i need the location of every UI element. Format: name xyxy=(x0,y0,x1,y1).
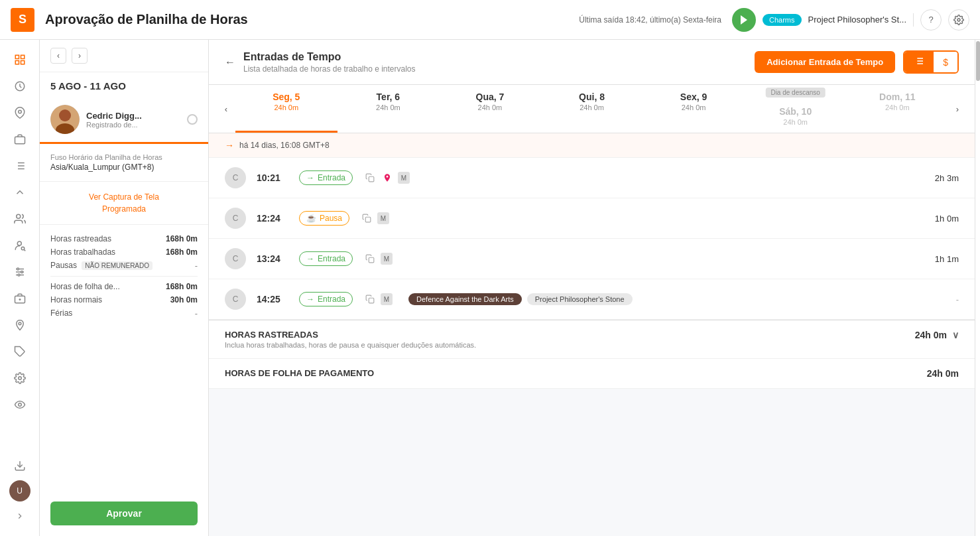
week-range: 5 AGO - 11 AGO xyxy=(40,72,208,100)
sidebar-icon-person-search[interactable] xyxy=(8,234,32,257)
svg-rect-3 xyxy=(21,55,24,58)
svg-rect-44 xyxy=(369,298,374,303)
stat-label-tracked: Horas rastreadas xyxy=(50,234,111,243)
scrollbar-thumb[interactable] xyxy=(976,41,980,81)
sidebar-icon-location[interactable] xyxy=(8,101,32,125)
sidebar-icon-download[interactable] xyxy=(8,454,32,478)
day-hours-qua7: 24h 0m xyxy=(444,103,536,111)
approve-button[interactable]: Aprovar xyxy=(50,502,198,525)
user-avatar[interactable]: U xyxy=(9,480,31,502)
sidebar-icon-wave[interactable] xyxy=(8,393,32,417)
pausa-icon-2: ☕ xyxy=(306,214,316,223)
stat-label-payroll: Horas de folha de... xyxy=(50,282,120,291)
table-row: C 13:24 → Entrada M 1h 1m xyxy=(209,239,975,279)
svg-rect-5 xyxy=(15,61,19,64)
day-label-ter6: Ter, 6 xyxy=(343,92,434,102)
time-header-actions: Adicionar Entrada de Tempo $ ↑ xyxy=(755,50,959,74)
stat-label-normal: Horas normais xyxy=(50,295,102,304)
stat-label-breaks: Pausas NÃO REMUNERADO xyxy=(50,261,153,271)
day-col-ter6[interactable]: Ter, 6 24h 0m xyxy=(337,85,440,133)
day-col-seg5[interactable]: Seg, 5 24h 0m xyxy=(235,85,337,133)
sidebar-icon-list[interactable] xyxy=(8,154,32,178)
stat-value-normal: 30h 0m xyxy=(170,295,198,304)
entry-icons-1: M xyxy=(363,171,410,184)
top-header: S Aprovação de Planilha de Horas Última … xyxy=(0,0,980,40)
panel-navigation: ‹ › xyxy=(40,40,208,72)
employee-role: Registrado de... xyxy=(86,121,180,129)
sidebar-expand[interactable] xyxy=(8,504,32,528)
table-row: C 10:21 → Entrada M 2h 3m xyxy=(209,158,975,198)
screenshot-link[interactable]: Ver Captura de TelaProgramada xyxy=(50,191,198,215)
stat-row-normal: Horas normais 30h 0m xyxy=(50,295,198,304)
day-next-arrow[interactable]: › xyxy=(948,100,967,118)
help-button[interactable]: ? xyxy=(920,9,942,31)
svg-rect-42 xyxy=(365,217,371,222)
charms-badge[interactable]: Charms xyxy=(763,14,802,26)
prev-arrow[interactable]: ‹ xyxy=(50,48,66,64)
entry-avatar-4: C xyxy=(225,289,246,310)
dollar-view-button[interactable]: $ xyxy=(934,52,957,72)
day-hours-sex9: 24h 0m xyxy=(648,103,739,111)
day-prev-arrow[interactable]: ‹ xyxy=(217,100,235,118)
m-icon-1: M xyxy=(398,172,410,184)
list-view-button[interactable] xyxy=(904,52,934,72)
rest-day-badge-sab: Dia de descanso xyxy=(765,88,826,98)
copy-icon-4[interactable] xyxy=(363,293,377,306)
employee-panel: ‹ › 5 AGO - 11 AGO Cedric Digg... Regist… xyxy=(40,40,209,536)
employee-card: Cedric Digg... Registrado de... xyxy=(40,100,208,144)
stat-row-payroll: Horas de folha de... 168h 0m xyxy=(50,282,198,291)
svg-point-7 xyxy=(18,110,21,113)
entry-duration-1: 2h 3m xyxy=(935,173,959,183)
tracked-chevron-icon[interactable]: ∨ xyxy=(952,330,959,340)
back-arrow[interactable]: ← xyxy=(225,56,235,68)
sidebar-icon-chevron-up[interactable] xyxy=(8,180,32,204)
timezone-value: Asia/Kuala_Lumpur (GMT+8) xyxy=(50,163,198,172)
employee-avatar xyxy=(50,105,80,134)
time-title: Entradas de Tempo xyxy=(243,51,416,63)
svg-point-1 xyxy=(957,19,960,21)
svg-point-33 xyxy=(59,109,71,121)
entry-time-1: 10:21 xyxy=(257,172,288,183)
table-row: C 14:25 → Entrada M Defence Against the … xyxy=(209,279,975,320)
play-button[interactable] xyxy=(732,8,756,32)
svg-marker-0 xyxy=(741,15,747,25)
entrada-icon-4: → xyxy=(306,295,314,304)
day-col-qui8[interactable]: Qui, 8 24h 0m xyxy=(541,85,643,133)
day-col-dom11[interactable]: Dom, 11 24h 0m xyxy=(846,85,948,133)
entry-duration-4: - xyxy=(956,295,959,304)
main-layout: U ‹ › 5 AGO - 11 AGO Cedric Digg... Regi… xyxy=(0,40,980,536)
payroll-hours-value: 24h 0m xyxy=(927,368,959,379)
sidebar-icon-people[interactable] xyxy=(8,207,32,231)
day-label-qui8: Qui, 8 xyxy=(546,92,638,102)
bottom-sections: HORAS RASTREADAS Inclua horas trabalhada… xyxy=(209,320,975,389)
sidebar-icon-dashboard[interactable] xyxy=(8,48,32,72)
copy-icon-3[interactable] xyxy=(363,252,377,265)
svg-rect-4 xyxy=(21,61,24,64)
add-entry-button[interactable]: Adicionar Entrada de Tempo xyxy=(755,51,895,73)
day-col-sex9[interactable]: Sex, 9 24h 0m xyxy=(643,85,745,133)
time-header-left: ← Entradas de Tempo Lista detalhada de h… xyxy=(225,51,416,74)
table-row: C 12:24 ☕ Pausa M 1h 0m xyxy=(209,198,975,239)
svg-point-29 xyxy=(18,377,21,380)
project-label: Project Philosopher's St... xyxy=(808,15,906,25)
sidebar-icon-settings-sliders[interactable] xyxy=(8,260,32,284)
entry-badge-pausa-2: ☕ Pausa xyxy=(299,211,349,226)
day-label-qua7: Qua, 7 xyxy=(444,92,536,102)
entrada-icon-3: → xyxy=(306,254,314,263)
day-col-qua7[interactable]: Qua, 7 24h 0m xyxy=(439,85,541,133)
sidebar-icon-clock[interactable] xyxy=(8,74,32,98)
sidebar-icon-location2[interactable] xyxy=(8,313,32,337)
svg-point-17 xyxy=(21,247,25,250)
entry-time-2: 12:24 xyxy=(257,213,288,224)
svg-point-22 xyxy=(17,268,19,270)
copy-icon-2[interactable] xyxy=(360,212,373,225)
sidebar-icon-briefcase[interactable] xyxy=(8,127,32,151)
unpaid-badge: NÃO REMUNERADO xyxy=(82,261,153,270)
next-arrow[interactable]: › xyxy=(72,48,88,64)
day-col-sab10[interactable]: Dia de descanso Sáb, 10 24h 0m xyxy=(745,85,847,133)
sidebar-icon-briefcase2[interactable] xyxy=(8,287,32,310)
sidebar-icon-settings[interactable] xyxy=(8,366,32,390)
settings-button[interactable] xyxy=(948,9,969,31)
copy-icon-1[interactable] xyxy=(363,171,377,184)
sidebar-icon-tag[interactable] xyxy=(8,340,32,364)
